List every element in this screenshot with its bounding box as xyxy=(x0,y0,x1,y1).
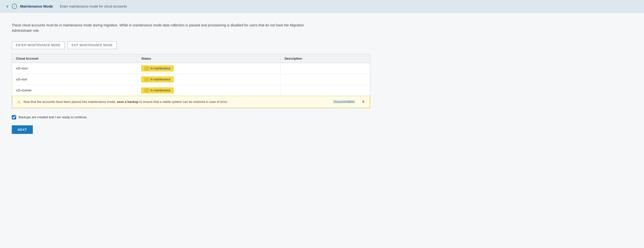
backup-checkbox-label[interactable]: Backups are created and I am ready to co… xyxy=(18,115,87,119)
next-button[interactable]: NEXT xyxy=(12,125,33,134)
button-row: ENTER MAINTENANCE MODE EXIT MAINTENANCE … xyxy=(12,41,370,49)
backup-checkbox[interactable] xyxy=(12,115,16,120)
maintenance-icon xyxy=(144,89,149,92)
enter-maintenance-button[interactable]: ENTER MAINTENANCE MODE xyxy=(12,41,65,49)
column-header-status: Status xyxy=(137,54,280,63)
maintenance-icon xyxy=(144,78,149,81)
warning-banner: ⚠ Now that the accounts have been placed… xyxy=(12,96,370,108)
check-circle-icon: ✓ xyxy=(12,4,17,9)
exit-maintenance-button[interactable]: EXIT MAINTENANCE MODE xyxy=(68,41,117,49)
main-content: These cloud accounts must be in maintena… xyxy=(0,13,382,144)
cloud-accounts-table: Cloud Account Status Description v2t-nsx… xyxy=(12,54,370,96)
column-header-account: Cloud Account xyxy=(12,54,137,63)
status-badge-label: In maintenance xyxy=(150,78,170,81)
cell-account: v2t-nsxv xyxy=(12,63,137,74)
header-title: Maintenance Mode xyxy=(20,4,53,8)
cell-description xyxy=(280,74,370,85)
status-badge: In maintenance xyxy=(141,77,174,82)
cell-description xyxy=(280,63,370,74)
warning-triangle-icon: ⚠ xyxy=(17,100,20,104)
table-row: v2t-vcenterIn maintenance xyxy=(12,85,370,96)
warning-message-suffix: to ensure that a stable system can be re… xyxy=(138,100,228,104)
backup-checkbox-row: Backups are created and I am ready to co… xyxy=(12,115,370,120)
cell-account: v2t-nsxt xyxy=(12,74,137,85)
description-text: These cloud accounts must be in maintena… xyxy=(12,22,306,33)
warning-message-bold: save a backup xyxy=(117,100,138,104)
table-row: v2t-nsxtIn maintenance xyxy=(12,74,370,85)
warning-close-icon[interactable]: ✕ xyxy=(362,100,365,104)
header-bar: ∨ ✓ Maintenance Mode Enter maintenance m… xyxy=(0,0,644,13)
documentation-link[interactable]: Documentation xyxy=(334,100,355,103)
column-header-description: Description xyxy=(280,54,370,63)
cell-description xyxy=(280,85,370,96)
maintenance-table: Cloud Account Status Description v2t-nsx… xyxy=(12,54,370,108)
warning-text: Now that the accounts have been placed i… xyxy=(24,100,330,104)
warning-message-prefix: Now that the accounts have been placed i… xyxy=(24,100,117,104)
cell-status: In maintenance xyxy=(137,74,280,85)
status-badge-label: In maintenance xyxy=(150,67,170,70)
cell-status: In maintenance xyxy=(137,85,280,96)
status-badge: In maintenance xyxy=(141,88,174,93)
status-badge: In maintenance xyxy=(141,65,174,71)
cell-status: In maintenance xyxy=(137,63,280,74)
status-badge-label: In maintenance xyxy=(150,89,170,92)
maintenance-icon xyxy=(144,67,149,70)
header-subtitle: Enter maintenance mode for cloud account… xyxy=(60,4,127,8)
cell-account: v2t-vcenter xyxy=(12,85,137,96)
chevron-icon[interactable]: ∨ xyxy=(6,4,9,8)
table-row: v2t-nsxvIn maintenance xyxy=(12,63,370,74)
table-header-row: Cloud Account Status Description xyxy=(12,54,370,63)
